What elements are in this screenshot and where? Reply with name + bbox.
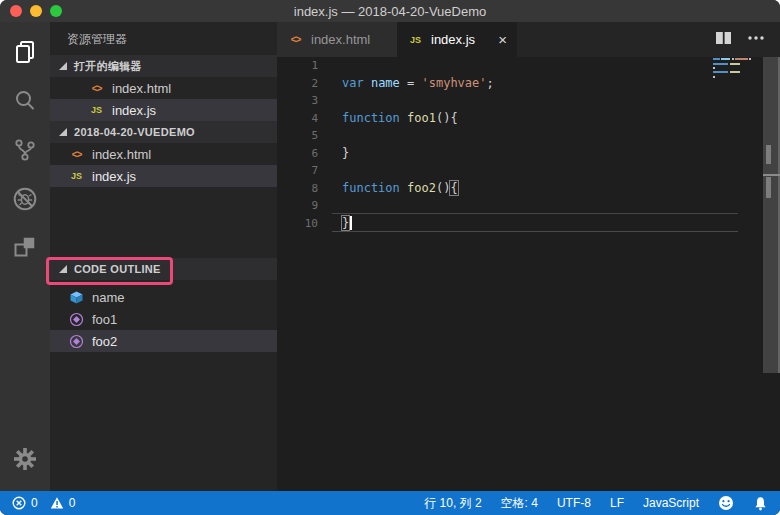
section-code-outline: CODE OUTLINEnamefoo1foo2 — [50, 258, 277, 352]
tab-label: index.html — [311, 32, 370, 47]
status-bar: 00 行 10, 列 2空格: 4UTF-8LFJavaScript — [0, 491, 780, 515]
code-token: name — [371, 76, 400, 90]
code-line-8[interactable]: 8function foo2(){ — [277, 180, 763, 198]
error-count[interactable]: 0 — [12, 496, 38, 510]
tab-index-js[interactable]: JSindex.js× — [397, 22, 517, 57]
item-label: foo1 — [92, 312, 117, 327]
line-number: 8 — [277, 182, 318, 195]
line-number: 3 — [277, 94, 318, 107]
editor-scrollbar[interactable] — [763, 57, 780, 373]
html-file-icon: <> — [68, 149, 85, 160]
tab-bar: <>index.htmlJSindex.js× — [277, 22, 780, 57]
tab-index-html[interactable]: <>index.html — [277, 22, 397, 57]
section-header-code-outline[interactable]: CODE OUTLINE — [50, 258, 277, 280]
list-item-foo2[interactable]: foo2 — [50, 330, 277, 352]
count-value: 0 — [31, 496, 38, 510]
tab-label: index.js — [431, 32, 475, 47]
list-item-index-js[interactable]: JSindex.js — [50, 99, 277, 121]
item-label: name — [92, 290, 125, 305]
status-item-空格-4[interactable]: 空格: 4 — [501, 495, 538, 512]
item-label: index.js — [112, 103, 156, 118]
more-actions-icon[interactable] — [747, 31, 765, 49]
collapse-twistie-icon — [59, 128, 67, 136]
line-content: var name = 'smyhvae'; — [318, 76, 494, 90]
overview-ruler-marker — [766, 177, 771, 198]
minimap-row — [713, 67, 715, 69]
collapse-twistie-icon — [59, 62, 67, 70]
minimize-window-button[interactable] — [30, 5, 42, 17]
close-window-button[interactable] — [10, 5, 22, 17]
code-line-6[interactable]: 6} — [277, 145, 763, 163]
titlebar: index.js — 2018-04-20-VueDemo — [0, 0, 780, 22]
method-icon — [68, 334, 85, 349]
maximize-window-button[interactable] — [50, 5, 62, 17]
line-number: 6 — [277, 147, 318, 160]
status-item-utf-8[interactable]: UTF-8 — [557, 496, 591, 510]
search-icon[interactable] — [0, 76, 50, 125]
smiley-icon[interactable] — [718, 495, 734, 511]
files-icon[interactable] — [0, 27, 50, 76]
source-control-icon[interactable] — [0, 125, 50, 174]
list-item-index-js[interactable]: JSindex.js — [50, 165, 277, 187]
minimap[interactable] — [713, 57, 741, 81]
code-line-2[interactable]: 2var name = 'smyhvae'; — [277, 75, 763, 93]
status-item-javascript[interactable]: JavaScript — [643, 496, 699, 510]
minimap-segment — [730, 71, 740, 73]
list-item-index-html[interactable]: <>index.html — [50, 77, 277, 99]
item-label: index.html — [92, 147, 151, 162]
count-value: 0 — [69, 496, 76, 510]
line-content: function foo1(){ — [318, 111, 458, 125]
line-number: 4 — [277, 112, 318, 125]
code-lines: 12var name = 'smyhvae';34function foo1()… — [277, 57, 763, 232]
minimap-segment — [713, 63, 728, 65]
debug-icon[interactable] — [0, 174, 50, 223]
section-header-2018-04-20-vuedemo[interactable]: 2018-04-20-VUEDEMO — [50, 121, 277, 143]
code-line-10[interactable]: 10} — [277, 215, 763, 233]
code-line-7[interactable]: 7 — [277, 162, 763, 180]
extensions-icon[interactable] — [0, 223, 50, 272]
minimap-segment — [713, 71, 728, 73]
line-number: 5 — [277, 129, 318, 142]
minimap-row — [713, 71, 740, 73]
close-tab-icon[interactable]: × — [498, 32, 507, 47]
sidebar-sections: 打开的编辑器<>index.htmlJSindex.js2018-04-20-V… — [50, 55, 277, 352]
warning-count[interactable]: 0 — [50, 496, 76, 510]
bell-icon[interactable] — [753, 496, 768, 511]
code-line-3[interactable]: 3 — [277, 92, 763, 110]
line-content: function foo2(){ — [318, 181, 458, 195]
minimap-segment — [721, 58, 730, 60]
code-line-5[interactable]: 5 — [277, 127, 763, 145]
traffic-lights — [10, 5, 62, 17]
status-item-行-10-列-2[interactable]: 行 10, 列 2 — [424, 495, 481, 512]
gear-icon[interactable] — [0, 434, 50, 483]
section-header-打开的编辑器[interactable]: 打开的编辑器 — [50, 55, 277, 77]
list-item-foo1[interactable]: foo1 — [50, 308, 277, 330]
status-item-lf[interactable]: LF — [610, 496, 624, 510]
minimap-segment — [713, 76, 715, 78]
section-2018-04-20-vuedemo: 2018-04-20-VUEDEMO<>index.htmlJSindex.js — [50, 121, 277, 187]
code-line-4[interactable]: 4function foo1(){ — [277, 110, 763, 128]
line-number: 9 — [277, 199, 318, 212]
split-editor-icon[interactable] — [715, 31, 732, 49]
item-label: index.html — [112, 81, 171, 96]
code-token: () — [436, 181, 450, 195]
window-title: index.js — 2018-04-20-VueDemo — [294, 4, 486, 19]
minimap-row — [713, 58, 751, 60]
item-label: foo2 — [92, 334, 117, 349]
overview-ruler-marker — [766, 145, 771, 164]
code-editor[interactable]: 12var name = 'smyhvae';34function foo1()… — [277, 57, 780, 491]
line-content: } — [318, 146, 349, 160]
code-line-1[interactable]: 1 — [277, 57, 763, 75]
line-number: 7 — [277, 164, 318, 177]
list-item-index-html[interactable]: <>index.html — [50, 143, 277, 165]
code-line-9[interactable]: 9 — [277, 197, 763, 215]
line-content: } — [318, 216, 352, 230]
code-token: 'smyhvae' — [422, 76, 487, 90]
problems-status[interactable]: 00 — [12, 496, 75, 510]
js-file-icon: JS — [68, 171, 85, 181]
list-item-name[interactable]: name — [50, 286, 277, 308]
html-file-icon: <> — [88, 83, 105, 94]
code-token: foo1 — [407, 111, 436, 125]
section-label: CODE OUTLINE — [74, 263, 161, 275]
html-file-icon: <> — [287, 34, 304, 45]
